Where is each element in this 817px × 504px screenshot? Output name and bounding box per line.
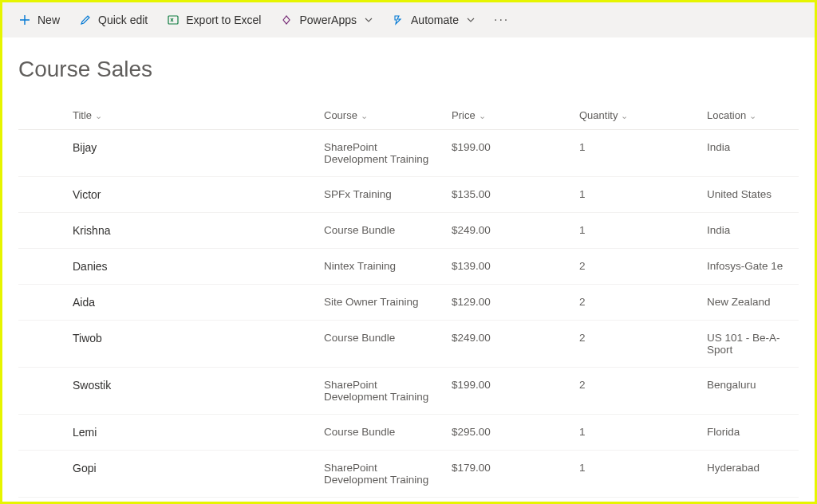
cell-price: $249.00 xyxy=(445,321,573,368)
cell-quantity: 2 xyxy=(573,368,701,415)
command-bar: New Quick edit Export to Excel PowerApps… xyxy=(2,2,815,37)
plus-icon xyxy=(18,14,31,26)
cell-title: Lemi xyxy=(66,415,318,451)
cell-quantity: 1 xyxy=(573,415,701,451)
more-actions-button[interactable]: ··· xyxy=(486,8,517,32)
row-selector[interactable] xyxy=(18,177,66,213)
cell-location: Florida xyxy=(701,415,799,451)
cell-course: Course Bundle xyxy=(318,415,445,451)
cell-course: SharePoint Development Training xyxy=(318,451,445,498)
automate-button[interactable]: Automate xyxy=(384,9,483,31)
cell-price: $199.00 xyxy=(445,368,573,415)
cell-course: Course Bundle xyxy=(318,213,445,249)
cell-quantity: 1 xyxy=(573,451,701,498)
cell-location: India xyxy=(701,213,799,249)
cell-price: $295.00 xyxy=(445,415,573,451)
cell-location: New Zealand xyxy=(701,285,799,321)
column-header-title[interactable]: Title⌄ xyxy=(66,101,318,130)
chevron-down-icon: ⌄ xyxy=(621,111,628,120)
row-selector[interactable] xyxy=(18,130,66,177)
cell-title: Gopi xyxy=(66,451,318,498)
export-label: Export to Excel xyxy=(186,14,261,26)
cell-course: SPFx Training xyxy=(318,177,445,213)
cell-location: Hyderabad xyxy=(701,451,799,498)
cell-price: $139.00 xyxy=(445,249,573,285)
excel-icon xyxy=(167,14,180,26)
new-label: New xyxy=(37,14,60,26)
column-header-quantity[interactable]: Quantity⌄ xyxy=(573,101,701,130)
cell-course: SharePoint Development Training xyxy=(318,130,445,177)
export-excel-button[interactable]: Export to Excel xyxy=(159,9,269,31)
cell-title: Bijay xyxy=(66,130,318,177)
row-selector[interactable] xyxy=(18,249,66,285)
cell-price: $179.00 xyxy=(445,451,573,498)
chevron-down-icon: ⌄ xyxy=(479,111,486,120)
pencil-icon xyxy=(79,14,92,26)
cell-course: SharePoint Development Training xyxy=(318,368,445,415)
row-selector[interactable] xyxy=(18,451,66,498)
quick-edit-label: Quick edit xyxy=(98,14,148,26)
table-row[interactable]: VictorSPFx Training$135.001United States xyxy=(18,177,799,213)
row-selector[interactable] xyxy=(18,321,66,368)
cell-title: Danies xyxy=(66,249,318,285)
cell-title: Tiwob xyxy=(66,321,318,368)
powerapps-icon xyxy=(280,14,293,26)
table-row[interactable]: DaniesNintex Training$139.002Infosys-Gat… xyxy=(18,249,799,285)
cell-location: US 101 - Be-A-Sport xyxy=(701,321,799,368)
chevron-down-icon: ⌄ xyxy=(361,111,368,120)
cell-price: $135.00 xyxy=(445,177,573,213)
row-selector[interactable] xyxy=(18,415,66,451)
cell-title: Victor xyxy=(66,177,318,213)
table-row[interactable]: GopiSharePoint Development Training$179.… xyxy=(18,451,799,498)
chevron-down-icon: ⌄ xyxy=(95,111,102,120)
column-header-price[interactable]: Price⌄ xyxy=(445,101,573,130)
table-row[interactable]: BijaySharePoint Development Training$199… xyxy=(18,130,799,177)
cell-course: Site Owner Training xyxy=(318,285,445,321)
chevron-down-icon: ⌄ xyxy=(749,111,756,120)
cell-price: $249.00 xyxy=(445,213,573,249)
cell-quantity: 2 xyxy=(573,249,701,285)
cell-quantity: 2 xyxy=(573,285,701,321)
flow-icon xyxy=(392,14,405,26)
svg-rect-0 xyxy=(168,16,178,24)
powerapps-button[interactable]: PowerApps xyxy=(272,9,381,31)
cell-quantity: 2 xyxy=(573,321,701,368)
row-selector[interactable] xyxy=(18,213,66,249)
powerapps-label: PowerApps xyxy=(299,14,357,26)
cell-location: United States xyxy=(701,177,799,213)
page-title: Course Sales xyxy=(2,37,815,101)
table-row[interactable]: KrishnaCourse Bundle$249.001India xyxy=(18,213,799,249)
row-selector[interactable] xyxy=(18,368,66,415)
cell-location: Infosys-Gate 1e xyxy=(701,249,799,285)
new-button[interactable]: New xyxy=(10,9,68,31)
cell-quantity: 1 xyxy=(573,213,701,249)
data-table: Title⌄ Course⌄ Price⌄ Quantity⌄ Location… xyxy=(18,101,799,498)
quick-edit-button[interactable]: Quick edit xyxy=(71,9,156,31)
table-row[interactable]: AidaSite Owner Training$129.002New Zeala… xyxy=(18,285,799,321)
cell-price: $199.00 xyxy=(445,130,573,177)
table-row[interactable]: LemiCourse Bundle$295.001Florida xyxy=(18,415,799,451)
cell-title: Swostik xyxy=(66,368,318,415)
list-view: Title⌄ Course⌄ Price⌄ Quantity⌄ Location… xyxy=(2,101,815,498)
cell-price: $129.00 xyxy=(445,285,573,321)
cell-course: Course Bundle xyxy=(318,321,445,368)
cell-location: India xyxy=(701,130,799,177)
automate-label: Automate xyxy=(411,14,459,26)
cell-course: Nintex Training xyxy=(318,249,445,285)
select-all-column[interactable] xyxy=(18,101,66,130)
table-row[interactable]: TiwobCourse Bundle$249.002US 101 - Be-A-… xyxy=(18,321,799,368)
cell-title: Krishna xyxy=(66,213,318,249)
chevron-down-icon xyxy=(365,16,373,24)
chevron-down-icon xyxy=(467,16,475,24)
table-row[interactable]: SwostikSharePoint Development Training$1… xyxy=(18,368,799,415)
row-selector[interactable] xyxy=(18,285,66,321)
cell-title: Aida xyxy=(66,285,318,321)
cell-location: Bengaluru xyxy=(701,368,799,415)
table-body: BijaySharePoint Development Training$199… xyxy=(18,130,799,498)
cell-quantity: 1 xyxy=(573,177,701,213)
column-header-location[interactable]: Location⌄ xyxy=(701,101,799,130)
header-row: Title⌄ Course⌄ Price⌄ Quantity⌄ Location… xyxy=(18,101,799,130)
cell-quantity: 1 xyxy=(573,130,701,177)
column-header-course[interactable]: Course⌄ xyxy=(318,101,445,130)
